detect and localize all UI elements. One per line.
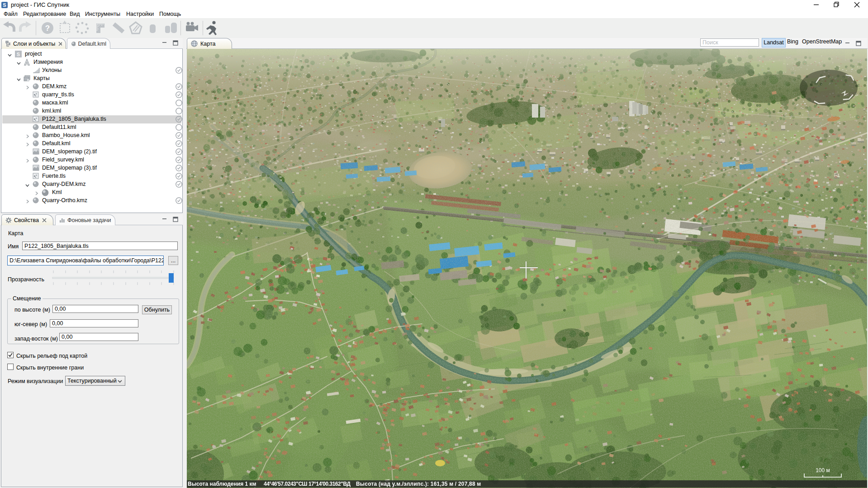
svg-text:100 м: 100 м [816,467,830,474]
svg-text:S: S [17,52,20,57]
svg-text:?: ? [45,24,50,33]
